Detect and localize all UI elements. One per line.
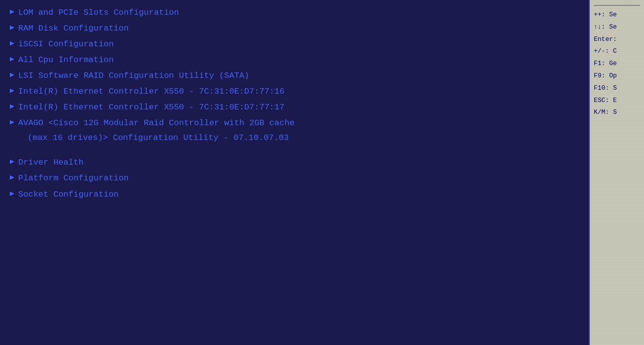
menu-item-socket-config[interactable]: ▶Socket Configuration [10,187,579,203]
menu-label: iSCSI Configuration [18,37,114,51]
menu-item-lsi-software[interactable]: ▶LSI Software RAID Configuration Utility… [10,68,579,84]
menu-item-intel-eth-2[interactable]: ▶Intel(R) Ethernet Controller X550 - 7C:… [10,100,579,115]
menu-arrow-icon: ▶ [10,22,14,34]
menu-label: Socket Configuration [18,188,119,202]
menu-arrow-icon: ▶ [10,117,14,129]
menu-arrow-icon: ▶ [10,54,14,66]
menu-arrow-icon: ▶ [10,101,14,113]
menu-arrow-icon: ▶ [10,6,14,19]
menu-panel: ▶LOM and PCIe Slots Configuration▶RAM Di… [0,0,590,345]
menu-item-all-cpu[interactable]: ▶All Cpu Information [10,52,579,68]
menu-arrow-icon: ▶ [10,188,14,201]
help-item-nav-arrows: ++: Se [594,10,640,20]
bios-screen: ▶LOM and PCIe Slots Configuration▶RAM Di… [0,0,644,345]
help-item-km: K/M: S [594,107,640,118]
help-item-plusminus: +/-: C [594,46,640,57]
menu-arrow-icon: ▶ [10,85,14,98]
menu-label: All Cpu Information [18,53,114,67]
panel-divider [594,5,640,6]
menu-arrow-icon: ▶ [10,38,14,50]
menu-arrow-icon: ▶ [10,156,14,169]
menu-label: Intel(R) Ethernet Controller X550 - 7C:3… [18,85,285,99]
menu-item-avago[interactable]: ▶AVAGO <Cisco 12G Modular Raid Controlle… [10,115,579,131]
menu-item-iscsi[interactable]: ▶iSCSI Configuration [10,36,579,52]
help-item-f10: F10: S [594,83,640,94]
menu-arrow-icon: ▶ [10,69,14,82]
help-item-enter: Enter: [594,34,640,45]
menu-label: LOM and PCIe Slots Configuration [18,6,179,20]
help-item-f9: F9: Op [594,71,640,81]
menu-label: Driver Health [18,156,84,170]
help-panel: ++: Se↑↓: SeEnter:+/-: CF1: GeF9: OpF10:… [590,0,644,345]
help-item-updown: ↑↓: Se [594,22,640,33]
menu-label: RAM Disk Configuration [18,22,129,35]
menu-label: Platform Configuration [18,172,129,185]
help-item-f1: F1: Ge [594,59,640,69]
menu-item-intel-eth-1[interactable]: ▶Intel(R) Ethernet Controller X550 - 7C:… [10,84,579,100]
menu-item-lom-pcie[interactable]: ▶LOM and PCIe Slots Configuration [10,5,579,21]
menu-arrow-icon: ▶ [10,172,14,184]
menu-spacer [10,145,579,155]
menu-label: LSI Software RAID Configuration Utility … [18,69,249,83]
menu-label: Intel(R) Ethernet Controller X550 - 7C:3… [18,101,285,114]
menu-item-platform-config[interactable]: ▶Platform Configuration [10,171,579,186]
menu-continuation-avago: (max 16 drives)> Configuration Utility -… [10,131,579,145]
menu-item-driver-health[interactable]: ▶Driver Health [10,155,579,171]
menu-item-ram-disk[interactable]: ▶RAM Disk Configuration [10,21,579,36]
menu-label: AVAGO <Cisco 12G Modular Raid Controller… [18,116,294,130]
help-item-esc: ESC: E [594,96,640,106]
